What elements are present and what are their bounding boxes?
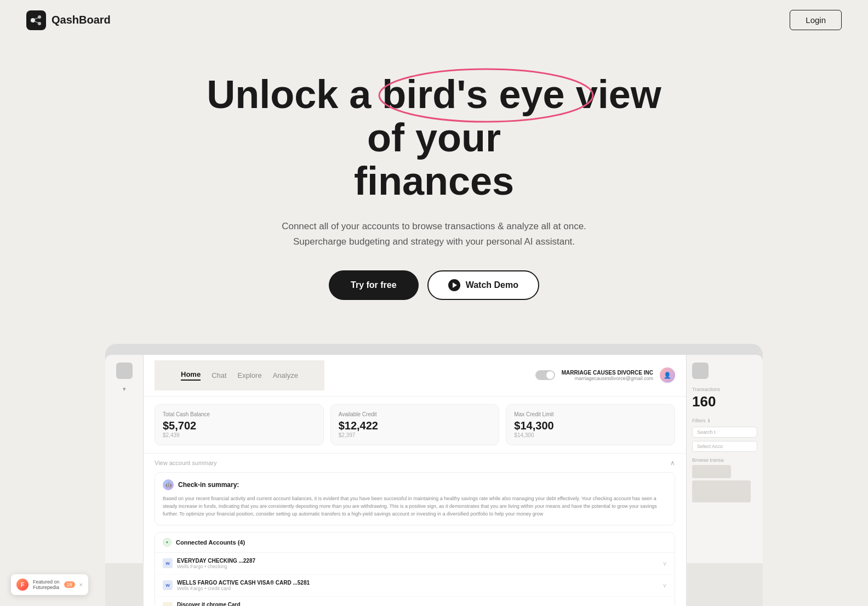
checkin-body: Based on your recent financial activity … [163, 495, 667, 518]
futurepedia-icon: F [16, 579, 28, 591]
futurepedia-text: Featured onFuturepedia [33, 579, 60, 590]
stat-main-cash: $5,702 [163, 420, 316, 432]
user-info: MARRIAGE CAUSES DIVORCE INC marriagecaus… [562, 370, 653, 381]
connected-accounts-section: ● Connected Accounts (4) W EVERYDAY CHEC… [155, 532, 675, 606]
account-sub-visa: Wells Fargo • credit card [177, 586, 310, 591]
right-stat-val: 160 [692, 393, 757, 410]
checkin-box: 🤖 Check-in summary: Based on your recent… [155, 472, 675, 525]
stat-label-maxcredit: Max Credit Limit [514, 411, 667, 417]
futurepedia-badge: F Featured onFuturepedia 19 × [11, 574, 88, 595]
right-search-box[interactable]: Search t [692, 427, 757, 438]
svg-point-1 [31, 18, 35, 22]
watch-demo-button[interactable]: Watch Demo [427, 270, 539, 300]
right-bar-tall [692, 480, 751, 502]
account-name-visa: WELLS FARGO ACTIVE CASH VISA® CARD ...52… [177, 580, 310, 586]
hero-section: Unlock a bird's eye view of yourfinances… [0, 40, 868, 327]
account-item-visa: W WELLS FARGO ACTIVE CASH VISA® CARD ...… [155, 575, 675, 597]
play-icon [448, 279, 460, 291]
account-badge-wf1: W [163, 558, 173, 568]
app-nav-explore[interactable]: Explore [238, 371, 262, 380]
hero-buttons: Try for free Watch Demo [13, 270, 855, 300]
checkin-title: Check-in summary: [178, 481, 239, 489]
svg-point-2 [38, 15, 41, 19]
account-caret-discover: ∨ [663, 604, 667, 606]
sidebar-logo-ghost [116, 363, 133, 379]
futurepedia-close-button[interactable]: × [79, 581, 83, 588]
account-badge-discover: D [163, 602, 173, 606]
account-left-visa: W WELLS FARGO ACTIVE CASH VISA® CARD ...… [163, 580, 310, 591]
svg-point-3 [38, 22, 41, 25]
stat-sub-cash: $2,439 [163, 432, 316, 438]
logo-icon [26, 10, 46, 30]
user-email: marriagecausesdivorce@gmail.com [562, 376, 653, 381]
right-browse-label: Browse transa [692, 457, 757, 463]
logo: QashBoard [26, 10, 111, 30]
logo-text: QashBoard [52, 14, 111, 26]
account-info-checking: EVERYDAY CHECKING ...2287 Wells Fargo • … [177, 558, 255, 569]
avatar: 👤 [660, 367, 675, 383]
connected-dot-icon: ● [163, 538, 172, 547]
hero-title: Unlock a bird's eye view of yourfinances [187, 73, 681, 203]
preview-container: ▾ Home Chat Explore Analyze MARRIAGE CA [105, 344, 763, 606]
login-button[interactable]: Login [790, 10, 842, 30]
sidebar-chevron-icon: ▾ [123, 386, 126, 393]
stat-sub-maxcredit: $14,300 [514, 432, 667, 438]
account-left-discover: D Discover it chrome Card Discover • cre… [163, 602, 241, 606]
stat-card-cash: Total Cash Balance $5,702 $2,439 [155, 404, 324, 445]
stat-card-maxcredit: Max Credit Limit $14,300 $14,300 [506, 404, 675, 445]
account-item-discover: D Discover it chrome Card Discover • cre… [155, 597, 675, 606]
view-account-section-header: View account summary ∧ [144, 453, 686, 472]
right-sidebar-ghost: Transactions 160 Filters ℹ Search t Sele… [686, 355, 763, 563]
account-caret-checking: ∨ [663, 560, 667, 567]
hero-title-text: Unlock a bird's eye view of yourfinances [207, 72, 661, 203]
view-account-label: View account summary [155, 460, 217, 466]
account-sub-checking: Wells Fargo • checking [177, 564, 255, 569]
checkin-icon: 🤖 [163, 479, 174, 490]
user-name: MARRIAGE CAUSES DIVORCE INC [562, 370, 653, 376]
stat-label-cash: Total Cash Balance [163, 411, 316, 417]
app-nav: Home Chat Explore Analyze [155, 360, 324, 390]
stat-main-credit: $12,422 [339, 420, 492, 432]
hero-subtitle: Connect all of your accounts to browse t… [275, 219, 593, 250]
navbar: QashBoard Login [0, 0, 868, 40]
app-nav-chat[interactable]: Chat [212, 371, 226, 380]
play-triangle [453, 282, 457, 288]
account-caret-visa: ∨ [663, 582, 667, 589]
right-logo-ghost [692, 363, 709, 379]
stat-card-credit: Available Credit $12,422 $2,397 [330, 404, 500, 445]
account-info-visa: WELLS FARGO ACTIVE CASH VISA® CARD ...52… [177, 580, 310, 591]
left-sidebar-ghost: ▾ [105, 355, 144, 563]
futurepedia-count: 19 [64, 581, 75, 588]
stat-sub-credit: $2,397 [339, 432, 492, 438]
app-header-right: MARRIAGE CAUSES DIVORCE INC marriagecaus… [535, 367, 675, 383]
hero-highlighted: bird's eye view [382, 72, 661, 116]
stats-row: Total Cash Balance $5,702 $2,439 Availab… [144, 397, 686, 453]
preview-section: ▾ Home Chat Explore Analyze MARRIAGE CA [0, 344, 868, 606]
right-stat-label: Transactions [692, 387, 757, 392]
account-left-checking: W EVERYDAY CHECKING ...2287 Wells Fargo … [163, 558, 255, 569]
account-name-discover: Discover it chrome Card [177, 602, 241, 606]
connected-accounts-header: ● Connected Accounts (4) [155, 533, 675, 553]
app-nav-analyze[interactable]: Analyze [273, 371, 298, 380]
section-collapse-icon[interactable]: ∧ [670, 459, 675, 467]
app-nav-home[interactable]: Home [181, 370, 201, 381]
account-info-discover: Discover it chrome Card Discover • credi… [177, 602, 241, 606]
svg-rect-0 [26, 10, 46, 30]
stat-label-credit: Available Credit [339, 411, 492, 417]
try-for-free-button[interactable]: Try for free [329, 270, 419, 300]
toggle-pill[interactable] [535, 370, 555, 380]
app-header: Home Chat Explore Analyze MARRIAGE CAUSE… [144, 355, 686, 397]
checkin-header: 🤖 Check-in summary: [163, 479, 667, 490]
app-main-content: Home Chat Explore Analyze MARRIAGE CAUSE… [144, 355, 686, 606]
account-name-checking: EVERYDAY CHECKING ...2287 [177, 558, 255, 564]
right-filters-label: Filters ℹ [692, 418, 757, 423]
preview-inner: ▾ Home Chat Explore Analyze MARRIAGE CA [105, 355, 763, 606]
svg-point-6 [379, 69, 593, 122]
ellipse-decoration [371, 63, 601, 128]
connected-accounts-title: Connected Accounts (4) [176, 539, 245, 546]
stat-main-maxcredit: $14,300 [514, 420, 667, 432]
right-bar-small [692, 465, 731, 478]
account-item-checking: W EVERYDAY CHECKING ...2287 Wells Fargo … [155, 553, 675, 575]
account-badge-wf2: W [163, 580, 173, 590]
right-select-account[interactable]: Select Acco [692, 441, 757, 452]
